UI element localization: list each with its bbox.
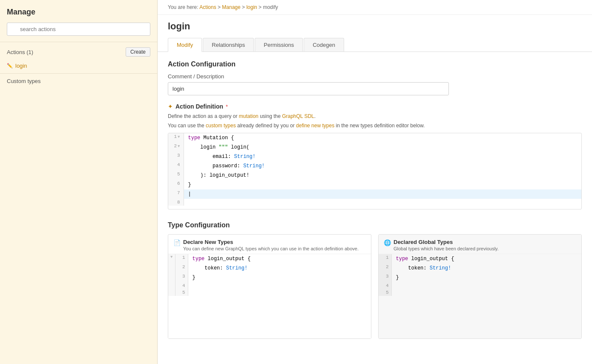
global-title: Declared Global Types	[394, 239, 499, 245]
code-line-1: 1▼ type Mutation {	[168, 133, 581, 143]
global-icon: 🌐	[384, 239, 391, 246]
action-config-title: Action Configuration	[168, 60, 582, 68]
graphql-sdl-link[interactable]: GraphQL SDL	[282, 113, 314, 119]
global-content-3: }	[391, 273, 581, 282]
declare-new-types-box: 📄 Declare New Types You can define new G…	[168, 234, 371, 339]
breadcrumb-sep1: >	[218, 4, 222, 10]
line-content-5: ): login_output!	[184, 171, 581, 180]
global-code-editor: 1 type login_output { 2 token: String! 3…	[379, 254, 581, 296]
global-content-5	[391, 289, 581, 296]
global-code-table: 1 type login_output { 2 token: String! 3…	[379, 254, 581, 296]
global-num-1: 1	[379, 254, 391, 264]
declare-content-4	[188, 282, 371, 289]
code-line-5: 5 ): login_output!	[168, 171, 581, 180]
breadcrumb-sep2: >	[242, 4, 246, 10]
sidebar-title: Manage	[7, 8, 150, 17]
actions-section-header: Actions (1) Create	[0, 42, 157, 60]
line-num-6: 6	[168, 180, 184, 189]
line-content-1: type Mutation {	[184, 133, 581, 143]
line-content-3: email: String!	[184, 152, 581, 161]
declare-title: Declare New Types	[183, 239, 359, 245]
action-def-icon: ✦	[168, 103, 173, 110]
custom-types-label: Custom types	[7, 78, 40, 84]
create-button[interactable]: Create	[126, 47, 150, 57]
global-line-1: 1 type login_output {	[379, 254, 581, 264]
line-num-1: 1▼	[168, 133, 184, 143]
declare-content-1: type login_output {	[188, 254, 371, 264]
line-content-8	[184, 199, 581, 206]
code-line-3: 3 email: String!	[168, 152, 581, 161]
global-line-3: 3 }	[379, 273, 581, 282]
declare-fold-4	[168, 282, 175, 289]
content-area: Action Configuration Comment / Descripti…	[158, 52, 592, 347]
define-new-types-link[interactable]: define new types	[296, 123, 334, 129]
tab-modify[interactable]: Modify	[168, 38, 202, 52]
declare-line-5: 5	[168, 289, 371, 296]
breadcrumb-manage[interactable]: Manage	[222, 4, 240, 10]
global-content-2: token: String!	[391, 264, 581, 273]
action-icon: ✏️	[7, 63, 13, 69]
breadcrumb-current: modify	[263, 4, 278, 10]
declare-editor-space	[168, 296, 371, 338]
global-line-5: 5	[379, 289, 581, 296]
breadcrumb-login[interactable]: login	[246, 4, 257, 10]
help-text-2: You can use the custom types already def…	[168, 122, 582, 129]
declare-num-5: 5	[175, 289, 188, 296]
custom-types-link[interactable]: custom types	[206, 123, 236, 129]
line-content-7: |	[184, 189, 581, 199]
global-num-4: 4	[379, 282, 391, 289]
custom-types-section[interactable]: Custom types	[0, 73, 157, 89]
mutation-link[interactable]: mutation	[239, 113, 259, 119]
type-config-title: Type Configuration	[168, 221, 582, 229]
declare-fold-3	[168, 273, 175, 282]
code-line-4: 4 password: String!	[168, 161, 581, 171]
line-num-3: 3	[168, 152, 184, 161]
global-header-text: Declared Global Types Global types which…	[394, 239, 499, 251]
line-num-4: 4	[168, 161, 184, 171]
declare-code-table: ▼ 1 type login_output { 2 token: String!	[168, 254, 371, 296]
action-def-title: Action Definition	[175, 103, 223, 110]
global-content-4	[391, 282, 581, 289]
type-config-section: Type Configuration 📄 Declare New Types Y…	[168, 221, 582, 339]
breadcrumb-sep3: >	[259, 4, 263, 10]
action-item-label: login	[15, 63, 27, 69]
global-line-2: 2 token: String!	[379, 264, 581, 273]
declare-num-4: 4	[175, 282, 188, 289]
search-input[interactable]	[7, 23, 150, 36]
line-num-8: 8	[168, 199, 184, 206]
search-wrapper: 🔍	[7, 23, 150, 36]
required-marker: *	[226, 103, 228, 110]
global-types-box: 🌐 Declared Global Types Global types whi…	[378, 234, 582, 339]
code-line-6: 6 }	[168, 180, 581, 189]
global-desc: Global types which have been declared pr…	[394, 246, 499, 251]
breadcrumb-actions[interactable]: Actions	[199, 4, 216, 10]
declare-line-1: ▼ 1 type login_output {	[168, 254, 371, 264]
tab-permissions[interactable]: Permissions	[255, 38, 303, 52]
line-content-6: }	[184, 180, 581, 189]
declare-content-3: }	[188, 273, 371, 282]
action-def-editor[interactable]: 1▼ type Mutation { 2▼ login """ login( 3…	[168, 133, 582, 209]
actions-label: Actions (1)	[7, 49, 33, 55]
global-num-2: 2	[379, 264, 391, 273]
sidebar-item-login[interactable]: ✏️ login	[0, 60, 157, 72]
declare-new-types-header: 📄 Declare New Types You can define new G…	[168, 235, 371, 254]
declare-content-5	[188, 289, 371, 296]
code-line-8: 8	[168, 199, 581, 206]
line-num-7: 7	[168, 189, 184, 199]
line-content-2: login """ login(	[184, 143, 581, 152]
global-line-4: 4	[379, 282, 581, 289]
declare-line-3: 3 }	[168, 273, 371, 282]
declare-code-editor[interactable]: ▼ 1 type login_output { 2 token: String!	[168, 254, 371, 296]
declare-content-2: token: String!	[188, 264, 371, 273]
tab-codegen[interactable]: Codegen	[304, 38, 344, 52]
main-content: You are here: Actions > Manage > login >…	[158, 0, 592, 364]
comment-input[interactable]	[168, 82, 449, 95]
tab-relationships[interactable]: Relationships	[203, 38, 254, 52]
declare-num-3: 3	[175, 273, 188, 282]
declare-line-4: 4	[168, 282, 371, 289]
global-num-3: 3	[379, 273, 391, 282]
line-content-4: password: String!	[184, 161, 581, 171]
declare-fold-1: ▼	[168, 254, 175, 264]
declare-num-1: 1	[175, 254, 188, 264]
line-num-2: 2▼	[168, 143, 184, 152]
